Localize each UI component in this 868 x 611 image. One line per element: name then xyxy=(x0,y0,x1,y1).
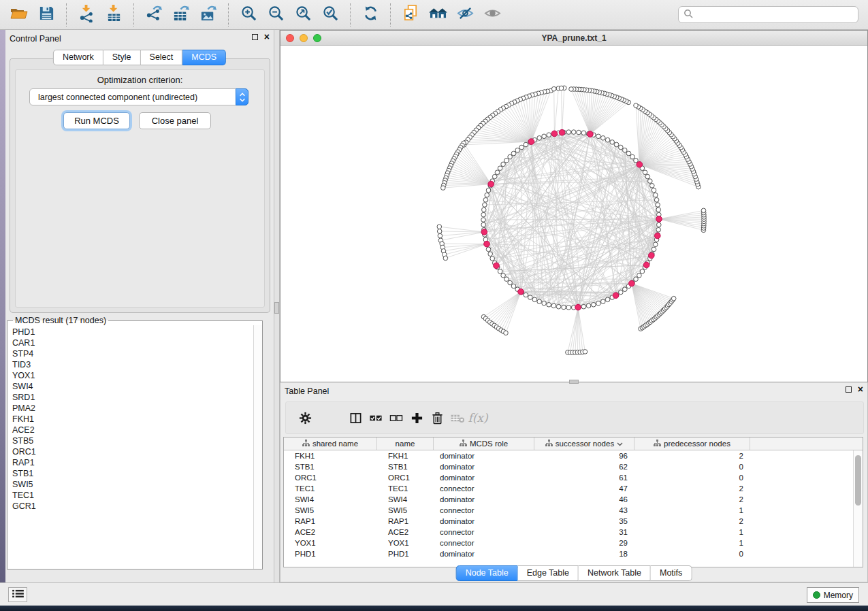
import-network-button[interactable] xyxy=(73,2,100,28)
mcds-result-item[interactable]: ACE2 xyxy=(7,425,253,435)
mcds-result-item[interactable]: STP4 xyxy=(7,348,253,359)
search-input[interactable] xyxy=(696,10,858,20)
mcds-result-item[interactable]: SWI4 xyxy=(7,381,253,392)
search-box[interactable] xyxy=(678,6,858,23)
table-row[interactable]: SWI5SWI5connector431 xyxy=(284,505,863,516)
tab-select[interactable]: Select xyxy=(141,50,183,65)
import-table-button[interactable] xyxy=(100,2,127,28)
zoom-selected-button[interactable] xyxy=(317,2,344,28)
export-table-button[interactable] xyxy=(167,2,195,28)
table-tab-edge-table[interactable]: Edge Table xyxy=(518,565,579,581)
export-image-button[interactable] xyxy=(195,2,222,28)
mcds-result-item[interactable]: FKH1 xyxy=(7,414,253,425)
table-cell: 31 xyxy=(534,527,634,538)
zoom-fit-button[interactable] xyxy=(289,2,317,28)
mcds-result-item[interactable]: TEC1 xyxy=(7,490,253,501)
table-tab-node-table[interactable]: Node Table xyxy=(456,565,518,581)
open-session-button[interactable] xyxy=(5,2,33,28)
result-list-scrollbar[interactable] xyxy=(253,325,262,569)
close-panel-icon[interactable]: × xyxy=(858,386,863,393)
unselect-all-button[interactable] xyxy=(386,408,406,428)
column-header-name[interactable]: name xyxy=(377,437,434,450)
delete-rows-button[interactable] xyxy=(427,408,447,428)
mcds-result-item[interactable]: YOX1 xyxy=(7,370,253,381)
table-cell: 29 xyxy=(534,538,634,548)
refresh-view-button[interactable] xyxy=(357,2,384,28)
memory-button[interactable]: Memory xyxy=(807,587,859,603)
node-table: shared namenameMCDS rolesuccessor nodesp… xyxy=(283,437,863,567)
control-panel: Control Panel × NetworkStyleSelectMCDS O… xyxy=(5,30,274,582)
mcds-result-item[interactable]: SRD1 xyxy=(7,392,253,403)
column-label: successor nodes xyxy=(556,440,614,448)
export-network-button[interactable] xyxy=(140,2,167,28)
save-session-button[interactable] xyxy=(33,2,60,28)
show-graphics-details-button[interactable] xyxy=(479,2,506,28)
network-canvas[interactable] xyxy=(280,46,867,382)
show-columns-button[interactable] xyxy=(345,408,366,428)
float-panel-icon[interactable] xyxy=(846,386,852,393)
table-settings-button[interactable] xyxy=(295,408,315,428)
table-row[interactable]: FKH1FKH1dominator962 xyxy=(284,450,863,461)
duplicate-network-button[interactable] xyxy=(397,2,424,28)
run-mcds-button[interactable]: Run MCDS xyxy=(63,112,130,129)
table-cell: SWI5 xyxy=(377,505,434,516)
scrollbar-thumb[interactable] xyxy=(855,455,861,506)
splitter-handle[interactable] xyxy=(274,302,279,314)
hide-graphics-details-button[interactable] xyxy=(451,2,479,28)
zoom-selected-icon xyxy=(322,5,339,24)
table-body: FKH1FKH1dominator962STB1STB1dominator620… xyxy=(284,450,863,559)
tab-style[interactable]: Style xyxy=(103,50,141,65)
table-row[interactable]: STB1STB1dominator620 xyxy=(284,461,863,472)
table-cell: 35 xyxy=(534,516,634,527)
table-tab-network-table[interactable]: Network Table xyxy=(579,565,651,581)
maximize-window-icon[interactable] xyxy=(313,34,321,42)
close-panel-button[interactable]: Close panel xyxy=(139,112,211,129)
mcds-result-item[interactable]: STB1 xyxy=(7,468,253,479)
table-cell: ORC1 xyxy=(284,472,377,483)
table-row[interactable]: TEC1TEC1connector472 xyxy=(284,483,863,494)
table-scrollbar[interactable] xyxy=(853,450,863,567)
zoom-in-button[interactable] xyxy=(235,2,262,28)
network-window-titlebar[interactable]: YPA_prune.txt_1 xyxy=(280,31,867,46)
mcds-result-item[interactable]: SWI5 xyxy=(7,479,253,490)
horizontal-splitter-handle[interactable] xyxy=(569,380,579,384)
table-row[interactable]: SWI4SWI4dominator462 xyxy=(284,494,863,505)
first-neighbors-button[interactable] xyxy=(424,2,451,28)
minimize-window-icon[interactable] xyxy=(300,34,308,42)
criterion-dropdown[interactable]: largest connected component (undirected) xyxy=(29,88,248,105)
table-row[interactable]: YOX1YOX1connector291 xyxy=(284,538,863,548)
column-header-successor-nodes[interactable]: successor nodes xyxy=(534,437,634,450)
toolbar-separator xyxy=(350,3,351,27)
column-header-shared-name[interactable]: shared name xyxy=(284,437,377,450)
tab-network[interactable]: Network xyxy=(53,50,103,65)
vertical-splitter[interactable] xyxy=(274,30,280,582)
table-cell: ORC1 xyxy=(377,472,434,483)
table-row[interactable]: RAP1RAP1dominator352 xyxy=(284,516,863,527)
log-console-button[interactable] xyxy=(8,587,27,602)
mcds-result-item[interactable]: PHD1 xyxy=(7,327,253,337)
add-row-button[interactable] xyxy=(406,408,427,428)
mcds-result-item[interactable]: STB5 xyxy=(7,435,253,446)
close-panel-icon[interactable]: × xyxy=(264,33,270,40)
zoom-out-button[interactable] xyxy=(262,2,289,28)
mcds-result-item[interactable]: ORC1 xyxy=(7,446,253,457)
mcds-result-item[interactable]: GCR1 xyxy=(7,501,253,512)
table-tab-motifs[interactable]: Motifs xyxy=(651,565,692,581)
table-cell: 18 xyxy=(534,548,634,559)
select-all-button[interactable] xyxy=(366,408,386,428)
close-window-icon[interactable] xyxy=(286,34,294,42)
float-panel-icon[interactable] xyxy=(252,34,258,40)
table-row[interactable]: PHD1PHD1dominator180 xyxy=(284,548,863,559)
eye-slash-icon xyxy=(456,5,475,24)
mcds-result-title: MCDS result (17 nodes) xyxy=(13,316,108,325)
table-row[interactable]: ORC1ORC1dominator610 xyxy=(284,472,863,483)
table-tabs: Node TableEdge TableNetwork TableMotifs xyxy=(456,565,692,581)
tab-mcds[interactable]: MCDS xyxy=(182,50,226,65)
column-header-predecessor-nodes[interactable]: predecessor nodes xyxy=(634,437,750,450)
mcds-result-item[interactable]: TID3 xyxy=(7,359,253,370)
mcds-result-item[interactable]: PMA2 xyxy=(7,403,253,414)
mcds-result-item[interactable]: CAR1 xyxy=(7,337,253,348)
column-header-MCDS-role[interactable]: MCDS role xyxy=(434,437,534,450)
table-row[interactable]: ACE2ACE2connector311 xyxy=(284,527,863,538)
mcds-result-item[interactable]: RAP1 xyxy=(7,457,253,468)
